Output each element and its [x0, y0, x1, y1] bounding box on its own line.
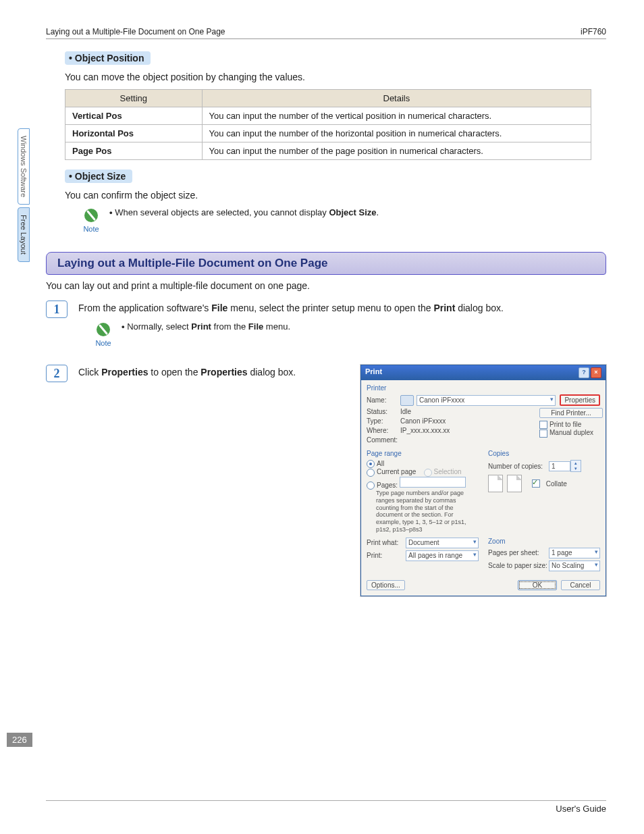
printer-name-select[interactable]: Canon iPFxxxx: [417, 395, 556, 406]
step-body: From the application software's File men…: [78, 301, 606, 357]
pps-label: Pages per sheet:: [488, 549, 549, 556]
dialog-titlebar: Print ? ×: [361, 365, 606, 380]
table-row: Horizontal Pos You can input the number …: [65, 125, 591, 142]
object-position-table: Setting Details Vertical Pos You can inp…: [65, 89, 591, 160]
close-icon[interactable]: ×: [591, 367, 601, 378]
note-text: When several objects are selected, you c…: [109, 207, 606, 217]
ok-button[interactable]: OK: [518, 580, 557, 590]
type-label: Type:: [367, 417, 400, 425]
step-number: 1: [46, 301, 68, 318]
cell-details: You can input the number of the page pos…: [202, 142, 591, 160]
selection-radio: [424, 469, 432, 477]
side-tab-free-layout[interactable]: Free Layout: [18, 207, 30, 262]
manual-duplex-checkbox[interactable]: [539, 429, 547, 438]
note-text: Normally, select Print from the File men…: [122, 321, 606, 332]
footer: User's Guide: [46, 800, 606, 814]
breadcrumb: Laying out a Multiple-File Document on O…: [46, 27, 225, 36]
pps-select[interactable]: 1 page: [549, 548, 600, 558]
properties-button[interactable]: Properties: [560, 394, 600, 406]
section-heading: Laying out a Multiple-File Document on O…: [46, 252, 606, 275]
page-header: Laying out a Multiple-File Document on O…: [46, 27, 606, 39]
status-label: Status:: [367, 408, 400, 415]
find-printer-button[interactable]: Find Printer...: [539, 408, 603, 418]
collate-icon: [488, 475, 503, 492]
section-intro: You can lay out and print a multiple-fil…: [46, 280, 606, 291]
print-what-label: Print what:: [367, 539, 406, 546]
name-label: Name:: [367, 396, 400, 404]
where-label: Where:: [367, 427, 400, 434]
num-copies-label: Number of copies:: [488, 463, 549, 470]
pages-hint: Type page numbers and/or page ranges sep…: [376, 490, 479, 533]
type-value: Canon iPFxxxx: [400, 417, 446, 425]
print-to-file-label: Print to file: [549, 421, 581, 428]
cell-details: You can input the number of the vertical…: [202, 107, 591, 125]
print-dialog: Print ? × Printer Name: Canon iPFxxxx: [360, 365, 606, 596]
collate-checkbox[interactable]: [532, 479, 540, 488]
printer-group-label: Printer: [367, 384, 600, 392]
object-size-heading: Object Size: [65, 170, 132, 183]
print-select[interactable]: All pages in range: [406, 550, 479, 561]
page-number: 226: [7, 733, 32, 747]
current-page-radio[interactable]: [367, 469, 375, 477]
copies-spinner[interactable]: ▴▾: [570, 460, 581, 472]
side-tab-windows-software[interactable]: Windows Software: [18, 128, 30, 205]
step-1: 1 From the application software's File m…: [46, 301, 606, 357]
cell-setting: Page Pos: [65, 142, 203, 160]
collate-icon: [507, 475, 522, 492]
printer-icon: [400, 395, 414, 406]
pages-input[interactable]: [400, 477, 466, 488]
step-body: Click Properties to open the Properties …: [78, 365, 355, 377]
cancel-button[interactable]: Cancel: [561, 580, 600, 590]
table-row: Vertical Pos You can input the number of…: [65, 107, 591, 125]
scale-label: Scale to paper size:: [488, 562, 549, 569]
copies-label: Copies: [488, 450, 600, 457]
step-2: 2 Click Properties to open the Propertie…: [46, 365, 606, 596]
side-tabs: Windows Software Free Layout: [16, 128, 31, 265]
scale-select[interactable]: No Scaling: [549, 561, 600, 571]
object-position-heading: Object Position: [65, 51, 151, 65]
collate-label: Collate: [546, 480, 567, 488]
selection-label: Selection: [434, 468, 462, 475]
zoom-label: Zoom: [488, 538, 600, 545]
help-icon[interactable]: ?: [579, 367, 589, 378]
cell-details: You can input the number of the horizont…: [202, 125, 591, 142]
model-label: iPF760: [581, 27, 606, 36]
step-number: 2: [46, 365, 68, 382]
cell-setting: Horizontal Pos: [65, 125, 203, 142]
current-page-label: Current page: [377, 468, 416, 475]
note-icon: Note: [92, 321, 115, 347]
page-range-label: Page range: [367, 450, 479, 457]
cell-setting: Vertical Pos: [65, 107, 203, 125]
dialog-title: Print: [365, 367, 382, 378]
num-copies-input[interactable]: 1: [549, 461, 570, 471]
print-to-file-checkbox[interactable]: [539, 421, 547, 429]
manual-duplex-label: Manual duplex: [549, 429, 593, 436]
print-what-select[interactable]: Document: [406, 538, 479, 548]
object-size-text: You can confirm the object size.: [65, 190, 606, 201]
table-header-setting: Setting: [65, 90, 203, 107]
print-label: Print:: [367, 552, 406, 559]
comment-label: Comment:: [367, 436, 400, 444]
where-value: IP_xxx.xx.xxx.xx: [400, 427, 450, 434]
options-button[interactable]: Options...: [367, 580, 405, 590]
pages-radio[interactable]: [367, 481, 375, 490]
all-radio[interactable]: [367, 460, 375, 468]
status-value: Idle: [400, 408, 411, 415]
object-position-text: You can move the object position by chan…: [65, 72, 606, 82]
note-icon: Note: [80, 207, 103, 233]
table-row: Page Pos You can input the number of the…: [65, 142, 591, 160]
table-header-details: Details: [202, 90, 591, 107]
pages-label: Pages:: [377, 481, 398, 489]
all-label: All: [377, 460, 384, 467]
note-block: Note When several objects are selected, …: [80, 207, 606, 233]
